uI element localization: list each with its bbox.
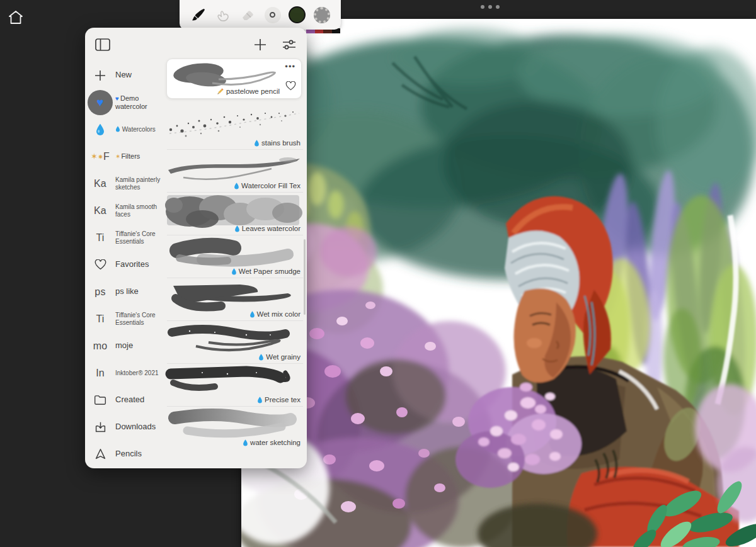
smudge-tool-button[interactable] (212, 4, 234, 26)
eraser-tool-button[interactable] (237, 4, 258, 26)
brush-item-pastelowe-pencil[interactable]: ••• pastelowe pencil (166, 59, 302, 99)
favorite-heart-button[interactable] (285, 81, 296, 93)
canvas-painting (241, 19, 756, 547)
sidebar-item-filters[interactable]: ✶✷F ✶Filters (85, 143, 163, 170)
brush-tool-button[interactable] (188, 4, 209, 26)
droplet-icon (258, 354, 264, 361)
sidebar-item-tiffanies-2[interactable]: Ti Tiffanie's Core Essentials (85, 305, 163, 332)
sidebar-item-label: Kamila smooth faces (115, 203, 163, 218)
brush-name: pastelowe pencil (217, 87, 280, 95)
set-initials: Ka (94, 205, 106, 217)
brush-item-water-sketching[interactable]: water sketching (163, 407, 307, 449)
brush-item-leaves-watercolor[interactable]: Leaves watercolor (163, 193, 307, 235)
sidebar-item-label: Kamila painterly sketches (115, 176, 163, 191)
multitask-handle[interactable] (481, 5, 500, 9)
active-color-icon (289, 6, 306, 23)
sidebar-item-watercolors[interactable]: Watercolors (85, 116, 163, 143)
sidebar-item-label: Tiffanie's Core Essentials (115, 230, 163, 245)
sidebar-item-created[interactable]: Created (85, 386, 163, 414)
brush-library-panel: New ♥ ♥Demo watercolor Watercolors ✶✷F ✶… (85, 28, 307, 468)
set-initials: Ti (96, 232, 104, 244)
sidebar-item-label: moje (115, 341, 163, 351)
main-toolbar (180, 0, 341, 30)
blue-heart-icon: ♥ (115, 95, 119, 102)
brush-item-wet-grainy[interactable]: Wet grainy (163, 321, 307, 364)
home-button[interactable] (8, 9, 24, 26)
set-initials: Ti (96, 313, 104, 325)
folder-icon (94, 395, 106, 405)
sidebar-toggle-button[interactable] (93, 35, 112, 54)
brush-item-precise-tex[interactable]: Precise tex (163, 364, 307, 407)
sidebar-item-inktober[interactable]: In Inktober® 2021 (85, 359, 163, 386)
drawing-canvas[interactable] (241, 19, 756, 547)
droplet-icon (234, 183, 239, 189)
color-dynamics-button[interactable] (311, 4, 333, 26)
sidebar-item-label: Downloads (115, 422, 163, 432)
sidebar-item-label: Tiffanie's Core Essentials (115, 312, 163, 326)
sidebar-item-label: ♥Demo watercolor (115, 94, 163, 110)
droplet-icon (257, 397, 263, 403)
brush-set-sidebar: New ♥ ♥Demo watercolor Watercolors ✶✷F ✶… (85, 62, 163, 468)
smudge-finger-icon (215, 7, 231, 23)
pencil-emoji-icon (217, 87, 224, 95)
brush-name: water sketching (243, 439, 301, 446)
brush-item-stains-brush[interactable]: stains brush (163, 107, 307, 150)
sidebar-item-kamila-painterly[interactable]: Ka Kamila painterly sketches (85, 170, 163, 197)
sidebar-item-label: ps like (115, 287, 163, 296)
sidebar-item-ps-like[interactable]: ps ps like (85, 278, 163, 305)
brush-name: Wet grainy (258, 353, 301, 361)
brush-name: Leaves watercolor (234, 225, 301, 232)
sidebar-item-label: Watercolors (115, 126, 163, 133)
color-swatch-button[interactable] (287, 4, 308, 26)
droplet-icon (115, 126, 120, 132)
sidebar-item-label: Inktober® 2021 (115, 369, 163, 377)
set-initials: mo (93, 341, 108, 352)
brush-name: Wet mix color (249, 310, 301, 318)
sidebar-item-demo-watercolor[interactable]: ♥ ♥Demo watercolor (85, 89, 163, 116)
droplet-icon (243, 439, 248, 446)
brush-item-wet-paper-smudge[interactable]: Wet Paper smudge (163, 235, 307, 278)
blue-heart-avatar: ♥ (88, 90, 113, 115)
brush-name: Watercolor Fill Tex (234, 182, 301, 189)
paint-brush-icon (190, 7, 207, 23)
panel-scrollbar[interactable] (304, 239, 306, 315)
sidebar-item-label: Created (115, 395, 163, 405)
layers-icon (265, 7, 281, 23)
sidebar-item-label: New (115, 70, 163, 80)
home-icon (8, 9, 24, 26)
sidebar-item-label: ✶Filters (115, 152, 163, 161)
brush-list: ••• pastelowe pencil (163, 28, 307, 468)
sidebar-item-new[interactable]: New (85, 62, 163, 89)
set-initials: ps (94, 286, 105, 298)
plus-icon (94, 70, 106, 81)
layers-button[interactable] (262, 4, 284, 26)
droplet-icon (231, 268, 237, 275)
sidebar-item-pencils[interactable]: Pencils (85, 441, 163, 468)
sidebar-item-kamila-smooth[interactable]: Ka Kamila smooth faces (85, 197, 163, 224)
set-initials: In (96, 368, 105, 379)
droplet-icon (95, 123, 105, 136)
sparkles-icon: ✶ (115, 153, 120, 160)
heart-outline-icon (285, 81, 296, 91)
droplet-icon (234, 225, 240, 232)
sidebar-item-moje[interactable]: mo moje (85, 332, 163, 359)
sidebar-item-favorites[interactable]: Favorites (85, 251, 163, 278)
set-initials: Ka (94, 178, 106, 189)
set-initials: F (103, 151, 110, 162)
droplet-icon (254, 140, 260, 147)
brush-item-watercolor-fill-tex[interactable]: Watercolor Fill Tex (163, 150, 307, 193)
color-dynamics-icon (314, 7, 330, 23)
sidebar-toggle-icon (95, 38, 110, 51)
brush-more-button[interactable]: ••• (285, 62, 295, 71)
brush-name: stains brush (254, 139, 301, 147)
sidebar-item-downloads[interactable]: Downloads (85, 414, 163, 441)
brush-item-wet-mix-color[interactable]: Wet mix color (163, 278, 307, 321)
brush-name: Wet Paper smudge (231, 268, 301, 275)
sparkles-icon: ✶✷ (91, 152, 103, 161)
sidebar-item-label: Favorites (115, 260, 163, 269)
heart-outline-icon (94, 259, 106, 270)
brush-name: Precise tex (257, 396, 301, 403)
sidebar-item-tiffanies-1[interactable]: Ti Tiffanie's Core Essentials (85, 224, 163, 251)
eraser-icon (240, 8, 255, 23)
pencil-tip-icon (94, 448, 106, 460)
